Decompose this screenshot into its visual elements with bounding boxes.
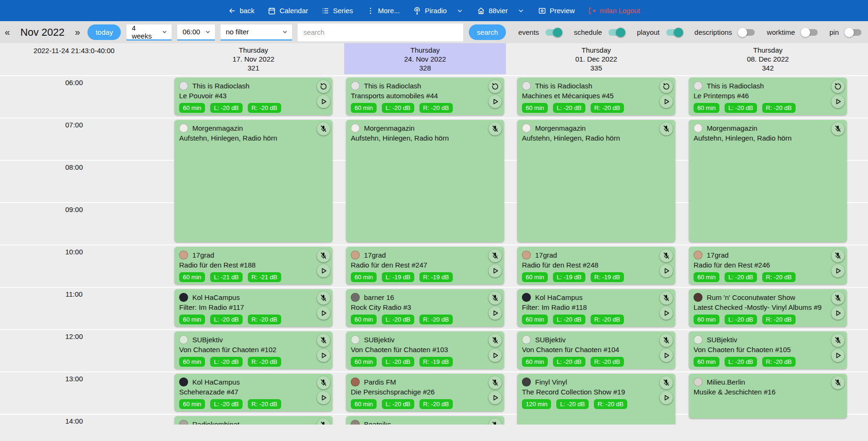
mic-off-button[interactable]	[317, 334, 330, 347]
event-card[interactable]: This is Radioclash Machines et Mécanique…	[517, 78, 675, 115]
events-toggle[interactable]	[545, 29, 561, 36]
event-card[interactable]: SUBjektiv Von Chaoten für Chaoten #105 6…	[689, 331, 847, 369]
mic-off-button[interactable]	[489, 122, 502, 135]
filter-select[interactable]: no filter	[221, 24, 292, 40]
replay-button[interactable]	[317, 80, 330, 93]
play-icon	[491, 267, 499, 275]
mic-off-button[interactable]	[660, 334, 673, 347]
mic-off-button[interactable]	[831, 122, 844, 135]
play-button[interactable]	[317, 349, 330, 362]
event-card[interactable]: Finyl Vinyl The Record Collection Show #…	[517, 374, 675, 425]
event-card[interactable]: SUBjektiv Von Chaoten für Chaoten #103 6…	[346, 331, 504, 369]
pin-toggle[interactable]	[845, 29, 861, 36]
replay-button[interactable]	[489, 80, 502, 93]
level-right-badge: R: -20 dB	[762, 103, 796, 113]
event-card[interactable]: Radiokombinat	[174, 416, 332, 425]
event-card[interactable]: 17grad Radio für den Rest #248 60 minL: …	[517, 247, 675, 284]
nav-series[interactable]: Series	[321, 7, 353, 15]
play-button[interactable]	[489, 95, 502, 108]
event-card[interactable]: SUBjektiv Von Chaoten für Chaoten #102 6…	[174, 331, 332, 369]
event-card[interactable]: Morgenmagazin Aufstehn, Hinlegen, Radio …	[346, 120, 504, 242]
event-card[interactable]: This is Radioclash Le Printemps #46 60 m…	[689, 78, 847, 115]
mic-off-button[interactable]	[489, 249, 502, 262]
mic-off-button[interactable]	[831, 291, 844, 305]
event-card[interactable]: barner 16 Rock City Radio #3 60 minL: -2…	[346, 289, 504, 327]
worktime-toggle[interactable]	[802, 29, 818, 36]
replay-button[interactable]	[831, 80, 844, 93]
range-select[interactable]: 4 weeks	[126, 24, 172, 40]
playout-toggle[interactable]	[666, 29, 682, 36]
descriptions-toggle[interactable]	[739, 29, 755, 36]
search-input[interactable]	[298, 24, 463, 41]
play-button[interactable]	[831, 349, 844, 362]
mic-off-button[interactable]	[317, 291, 330, 305]
nav-calendar[interactable]: Calendar	[268, 7, 308, 15]
mic-off-button[interactable]	[317, 249, 330, 262]
event-card[interactable]: This is Radioclash Transports automobile…	[346, 78, 504, 115]
play-button[interactable]	[317, 264, 330, 277]
play-button[interactable]	[317, 391, 330, 404]
play-button[interactable]	[660, 391, 673, 404]
mic-off-button[interactable]	[660, 249, 673, 262]
nav-back[interactable]: back	[228, 7, 255, 15]
mic-off-button[interactable]	[660, 376, 673, 389]
day-header[interactable]: Thursday 17. Nov 2022 321	[173, 43, 334, 74]
play-button[interactable]	[831, 95, 844, 108]
search-button[interactable]: search	[469, 24, 506, 40]
play-button[interactable]	[831, 264, 844, 277]
nav-piradio[interactable]: Piradio	[413, 7, 447, 15]
mic-off-button[interactable]	[660, 291, 673, 305]
play-button[interactable]	[660, 95, 673, 108]
event-card[interactable]: Rum 'n' Coconutwater Show Latest Checked…	[689, 289, 847, 327]
play-button[interactable]	[489, 264, 502, 277]
piradio-chevron-down-icon[interactable]	[456, 7, 464, 15]
mic-off-button[interactable]	[317, 376, 330, 389]
nav-station[interactable]: 88vier	[477, 7, 508, 15]
day-header[interactable]: Thursday 08. Dec 2022 342	[687, 43, 849, 74]
schedule-toggle[interactable]	[608, 29, 624, 36]
play-button[interactable]	[660, 349, 673, 362]
play-button[interactable]	[489, 307, 502, 320]
day-header[interactable]: Thursday 01. Dec 2022 335	[515, 43, 677, 74]
level-right-badge: R: -20 dB	[419, 103, 453, 113]
mic-off-button[interactable]	[660, 122, 673, 135]
replay-button[interactable]	[660, 80, 673, 93]
play-button[interactable]	[317, 307, 330, 320]
start-time-select[interactable]: 06:00	[177, 24, 215, 40]
nav-more[interactable]: More...	[366, 7, 400, 15]
event-card[interactable]: Kol HaCampus Filter: Im Radio #118 60 mi…	[517, 289, 675, 327]
mic-off-button[interactable]	[831, 376, 844, 389]
play-button[interactable]	[831, 307, 844, 320]
event-card[interactable]: This is Radioclash Le Pouvoir #43 60 min…	[174, 78, 332, 115]
mic-off-button[interactable]	[489, 376, 502, 389]
prev-period-button[interactable]: «	[3, 26, 12, 39]
station-chevron-down-icon[interactable]	[517, 7, 525, 15]
event-card[interactable]: Pardis FM Die Persischsprachige #26 60 m…	[346, 374, 504, 411]
event-card[interactable]: 17grad Radio für den Rest #246 60 minL: …	[689, 247, 847, 284]
event-card[interactable]: Milieu.Berlin Musike & Jeschichten #16	[689, 374, 847, 418]
play-button[interactable]	[489, 391, 502, 404]
mic-off-button[interactable]	[489, 291, 502, 305]
mic-off-button[interactable]	[317, 122, 330, 135]
next-period-button[interactable]: »	[73, 26, 82, 39]
event-card[interactable]: Morgenmagazin Aufstehn, Hinlegen, Radio …	[174, 120, 332, 242]
event-card[interactable]: Beatniks	[346, 416, 504, 425]
event-card[interactable]: Morgenmagazin Aufstehn, Hinlegen, Radio …	[689, 120, 847, 242]
event-card[interactable]: Kol HaCampus Filter: Im Radio #117 60 mi…	[174, 289, 332, 327]
event-card[interactable]: Kol HaCampus Scheherazade #47 60 minL: -…	[174, 374, 332, 411]
nav-logout[interactable]: milan Logout	[588, 7, 640, 15]
nav-preview[interactable]: Preview	[538, 7, 575, 15]
play-button[interactable]	[317, 95, 330, 108]
event-card[interactable]: 17grad Radio für den Rest #247 60 minL: …	[346, 247, 504, 284]
mic-off-button[interactable]	[489, 334, 502, 347]
play-button[interactable]	[660, 307, 673, 320]
event-card[interactable]: SUBjektiv Von Chaoten für Chaoten #104 6…	[517, 331, 675, 369]
mic-off-button[interactable]	[831, 249, 844, 262]
mic-off-button[interactable]	[831, 334, 844, 347]
event-card[interactable]: Morgenmagazin Aufstehn, Hinlegen, Radio …	[517, 120, 675, 242]
event-card[interactable]: 17grad Radio für den Rest #188 60 minL: …	[174, 247, 332, 284]
play-button[interactable]	[660, 264, 673, 277]
today-button[interactable]: today	[87, 24, 121, 40]
day-header[interactable]: Thursday 24. Nov 2022 328	[344, 43, 506, 74]
play-button[interactable]	[489, 349, 502, 362]
